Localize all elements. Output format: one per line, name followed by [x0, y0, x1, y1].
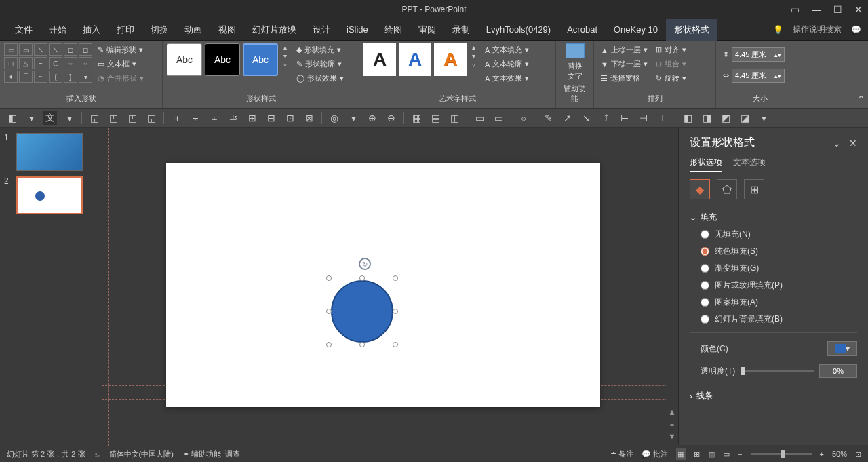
rotate-button[interactable]: ↻ 旋转 ▾ [653, 72, 689, 85]
tool-icon[interactable]: ↗ [561, 111, 574, 125]
fill-gradient-radio[interactable]: 渐变填充(G) [690, 260, 857, 277]
normal-view-icon[interactable]: ▦ [676, 448, 686, 460]
group-button[interactable]: ⊡ 组合 ▾ [653, 58, 689, 71]
zoom-level[interactable]: 50% [832, 450, 847, 458]
pane-close-icon[interactable]: ✕ [849, 138, 857, 149]
selection-pane-button[interactable]: ☰ 选择窗格 [598, 72, 650, 85]
wordart-more[interactable]: ▿ [472, 61, 475, 69]
fill-pattern-radio[interactable]: 图案填充(A) [690, 294, 857, 311]
circle-shape[interactable] [331, 280, 393, 343]
tool-icon[interactable]: ◳ [125, 111, 139, 125]
fill-picture-radio[interactable]: 图片或纹理填充(P) [690, 277, 857, 294]
fill-solid-radio[interactable]: 纯色填充(S) [690, 243, 857, 260]
edit-shape-button[interactable]: ✎ 编辑形状 ▾ [95, 43, 146, 56]
spell-check-icon[interactable]: ⎁ [95, 450, 100, 458]
tab-print[interactable]: 打印 [108, 19, 142, 41]
fill-none-radio[interactable]: 无填充(N) [690, 226, 857, 243]
height-input[interactable]: 4.45 厘米▴▾ [732, 47, 785, 62]
tool-icon[interactable]: ⊞ [245, 111, 259, 125]
style-more[interactable]: ▿ [283, 61, 287, 69]
zoom-slider[interactable] [751, 453, 812, 455]
pane-dropdown-icon[interactable]: ⌄ [833, 138, 841, 149]
tool-icon[interactable]: ◩ [719, 111, 732, 125]
tool-icon[interactable]: ⫞ [170, 111, 183, 125]
size-props-icon[interactable]: ⊞ [744, 179, 764, 199]
tool-icon[interactable]: ⊕ [366, 111, 379, 125]
accessibility-status[interactable]: ✦ 辅助功能: 调查 [183, 449, 240, 459]
tool-icon[interactable]: ⊖ [384, 111, 398, 125]
tab-review[interactable]: 审阅 [410, 19, 444, 41]
selected-shape[interactable]: ↻ [329, 278, 395, 345]
wordart-style-3[interactable]: A [434, 43, 467, 76]
tab-file[interactable]: 文件 [7, 19, 41, 41]
tool-icon[interactable]: ◎ [328, 111, 341, 125]
tool-icon[interactable]: ⫡ [226, 111, 240, 125]
tab-transitions[interactable]: 切换 [142, 19, 176, 41]
tool-icon[interactable]: ⊟ [264, 111, 278, 125]
tool-icon[interactable]: ▦ [410, 111, 423, 125]
resize-handle[interactable] [359, 275, 365, 281]
text-fill-button[interactable]: A 文本填充 ▾ [482, 43, 532, 56]
shape-style-2[interactable]: Abc [205, 43, 240, 76]
scroll-down-icon[interactable]: ▼ [669, 432, 676, 440]
zoom-out-icon[interactable]: − [738, 450, 742, 458]
shape-effects-button[interactable]: ◯ 形状效果 ▾ [294, 72, 347, 85]
tool-icon[interactable]: ◨ [700, 111, 713, 125]
line-section-toggle[interactable]: › 线条 [690, 387, 857, 404]
tab-animations[interactable]: 动画 [176, 19, 210, 41]
tool-icon[interactable]: ⊡ [283, 111, 297, 125]
tab-shape-options[interactable]: 形状选项 [690, 157, 722, 172]
text-effects-button[interactable]: A 文本效果 ▾ [482, 72, 532, 85]
resize-handle[interactable] [393, 309, 398, 314]
tool-icon[interactable]: ▾ [757, 111, 770, 125]
tool-icon[interactable]: ⊠ [302, 111, 316, 125]
tool-icon[interactable]: ⫟ [189, 111, 202, 125]
tool-icon[interactable]: ▤ [429, 111, 442, 125]
shape-fill-button[interactable]: ◆ 形状填充 ▾ [294, 43, 347, 56]
tab-view[interactable]: 视图 [210, 19, 244, 41]
tab-text-options[interactable]: 文本选项 [733, 157, 766, 172]
wordart-style-2[interactable]: A [399, 43, 431, 76]
tool-icon[interactable]: ▾ [24, 111, 38, 125]
resize-handle[interactable] [393, 342, 398, 347]
slideshow-view-icon[interactable]: ▭ [723, 450, 730, 459]
slide-thumbnail-2[interactable] [16, 176, 83, 214]
language[interactable]: 简体中文(中国大陆) [109, 449, 174, 459]
tool-icon[interactable]: ⫠ [208, 111, 221, 125]
text-outline-button[interactable]: A 文本轮廓 ▾ [482, 58, 532, 71]
resize-handle[interactable] [359, 342, 365, 347]
tool-icon[interactable]: ▭ [473, 111, 486, 125]
tool-icon[interactable]: ↘ [580, 111, 593, 125]
slide-thumbnail-1[interactable] [16, 133, 83, 171]
wordart-scroll-down[interactable]: ▾ [472, 52, 475, 60]
tool-icon[interactable]: ◪ [738, 111, 751, 125]
tool-icon[interactable]: ▾ [62, 111, 76, 125]
resize-handle[interactable] [393, 275, 398, 281]
tool-icon[interactable]: ◰ [106, 111, 120, 125]
comments-button[interactable]: 💬 批注 [642, 449, 668, 459]
tab-onekey[interactable]: OneKey 10 [606, 19, 666, 41]
resize-handle[interactable] [326, 275, 332, 281]
minimize-icon[interactable]: ― [812, 4, 821, 15]
tab-draw[interactable]: 绘图 [376, 19, 410, 41]
shape-outline-button[interactable]: ✎ 形状轮廓 ▾ [294, 58, 347, 71]
slide[interactable]: ↻ [166, 163, 600, 407]
tool-icon[interactable]: ⊣ [637, 111, 650, 125]
style-scroll-down[interactable]: ▾ [283, 52, 287, 60]
tool-icon[interactable]: ⊢ [618, 111, 631, 125]
bring-forward-button[interactable]: ▲ 上移一层 ▾ [598, 43, 650, 56]
rotate-handle[interactable]: ↻ [359, 258, 371, 270]
shape-style-1[interactable]: Abc [167, 43, 202, 76]
vertical-scroll[interactable]: ▲ ≡ ▼ [666, 128, 678, 446]
tool-icon[interactable]: ▾ [347, 111, 360, 125]
tool-icon[interactable]: ◱ [87, 111, 101, 125]
tell-me-search[interactable]: 操作说明搜索 [793, 24, 842, 35]
slide-count[interactable]: 幻灯片 第 2 张，共 2 张 [7, 449, 85, 459]
tool-icon[interactable]: ⟐ [517, 111, 530, 125]
effects-icon[interactable]: ⬠ [717, 179, 737, 199]
maximize-icon[interactable]: ☐ [833, 4, 842, 15]
align-button[interactable]: ⊞ 对齐 ▾ [653, 43, 689, 56]
comments-icon[interactable]: 💬 [851, 25, 861, 35]
fill-slidebg-radio[interactable]: 幻灯片背景填充(B) [690, 311, 857, 328]
shape-gallery[interactable]: ▭▭＼＼◻◻ ◻△⌐⬡↔↔ ✦⌒~{}▾ [4, 43, 92, 83]
